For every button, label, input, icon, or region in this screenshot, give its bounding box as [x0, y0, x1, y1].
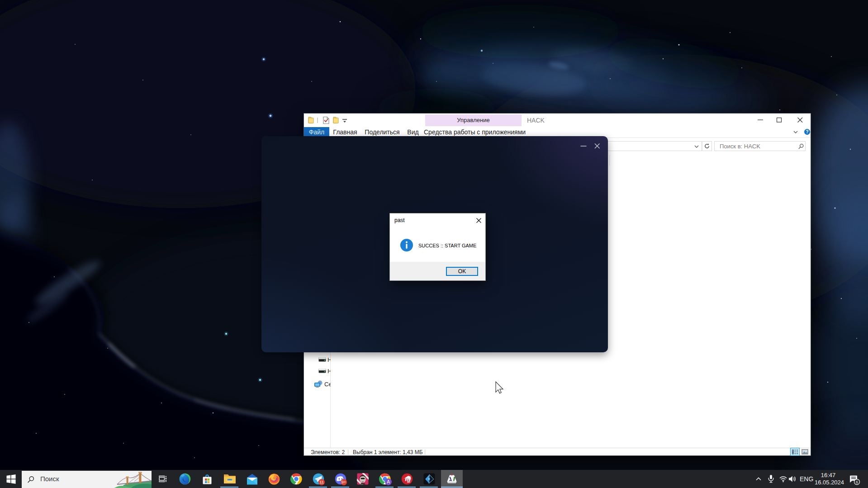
svg-text:6: 6	[856, 480, 858, 484]
